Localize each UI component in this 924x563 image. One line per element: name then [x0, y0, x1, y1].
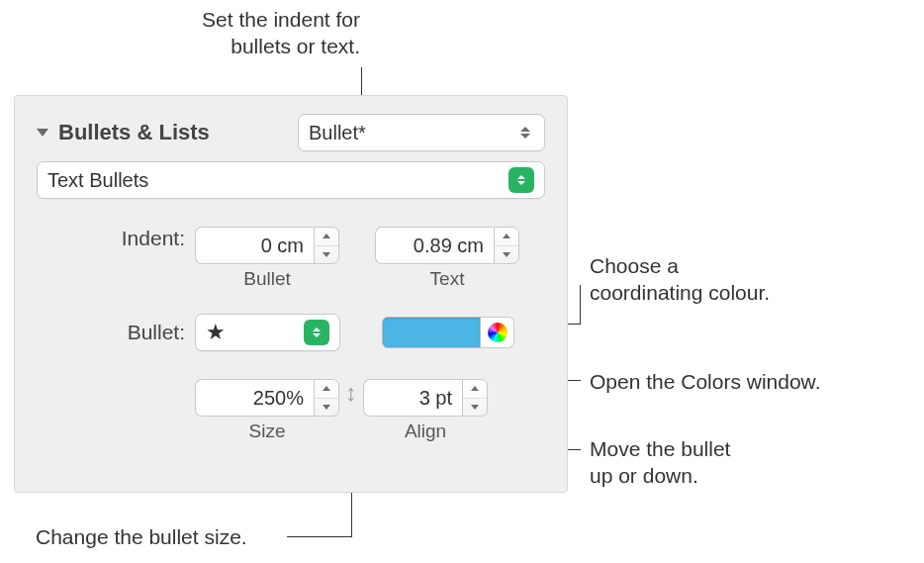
bullet-char-popup[interactable]: ★: [195, 314, 340, 351]
callout-coord-colour-l2: coordinating colour.: [590, 281, 770, 304]
bullet-size-field[interactable]: [195, 379, 314, 417]
indent-bullet-stepper[interactable]: [195, 227, 339, 264]
indent-bullet-sublabel: Bullet: [243, 268, 291, 290]
popup-indicator-icon: [508, 167, 534, 193]
vertical-arrows-icon: ↕: [345, 379, 357, 407]
stepper-down-button[interactable]: [463, 399, 487, 417]
indent-text-stepper[interactable]: [375, 227, 519, 264]
disclosure-triangle-icon[interactable]: [37, 129, 48, 137]
stepper-up-button[interactable]: [463, 380, 487, 399]
bullet-align-sublabel: Align: [405, 421, 446, 442]
callout-size: Change the bullet size.: [36, 523, 247, 550]
stepper-up-button[interactable]: [495, 228, 518, 246]
bullet-type-value: Text Bullets: [47, 169, 505, 192]
list-style-value: Bullet*: [309, 122, 520, 144]
callout-indent-l1: Set the indent for: [202, 8, 360, 31]
section-header[interactable]: Bullets & Lists: [37, 120, 298, 145]
chevron-updown-icon: [520, 127, 534, 139]
stepper-up-button[interactable]: [315, 380, 338, 399]
stepper-down-button[interactable]: [315, 246, 338, 264]
section-title: Bullets & Lists: [58, 120, 210, 145]
popup-indicator-icon: [304, 320, 329, 345]
callout-colors-window: Open the Colors window.: [590, 368, 820, 395]
indent-text-field[interactable]: [375, 227, 494, 264]
stepper-down-button[interactable]: [315, 399, 338, 417]
callout-align-l2: up or down.: [590, 464, 698, 487]
leader-size-h: [287, 536, 352, 537]
callout-coord-colour: Choose a coordinating colour.: [590, 252, 770, 307]
callout-align-l1: Move the bullet: [590, 437, 730, 460]
indent-label: Indent:: [37, 227, 195, 250]
list-style-popup[interactable]: Bullet*: [298, 114, 545, 151]
callout-align: Move the bullet up or down.: [590, 435, 730, 490]
indent-text-sublabel: Text: [430, 268, 465, 290]
bullets-panel: Bullets & Lists Bullet* Text Bullets Ind…: [14, 95, 568, 493]
bullet-size-sublabel: Size: [249, 421, 286, 442]
stepper-up-button[interactable]: [315, 228, 338, 246]
bullet-align-field[interactable]: [363, 379, 462, 417]
bullet-align-stepper[interactable]: [363, 379, 488, 417]
stepper-down-button[interactable]: [495, 246, 518, 264]
leader-coord-colour-v2: [580, 285, 581, 325]
colour-swatch[interactable]: [382, 317, 481, 348]
callout-indent: Set the indent for bullets or text.: [113, 6, 360, 60]
callout-coord-colour-l1: Choose a: [590, 254, 679, 277]
colour-wheel-icon: [488, 323, 508, 342]
bullet-size-stepper[interactable]: [195, 379, 339, 417]
bullet-label: Bullet:: [37, 321, 195, 344]
callout-indent-l2: bullets or text.: [231, 35, 360, 57]
colour-wheel-button[interactable]: [481, 317, 514, 348]
bullet-type-popup[interactable]: Text Bullets: [37, 161, 545, 199]
bullet-char-value: ★: [206, 320, 300, 345]
indent-bullet-field[interactable]: [195, 227, 314, 264]
